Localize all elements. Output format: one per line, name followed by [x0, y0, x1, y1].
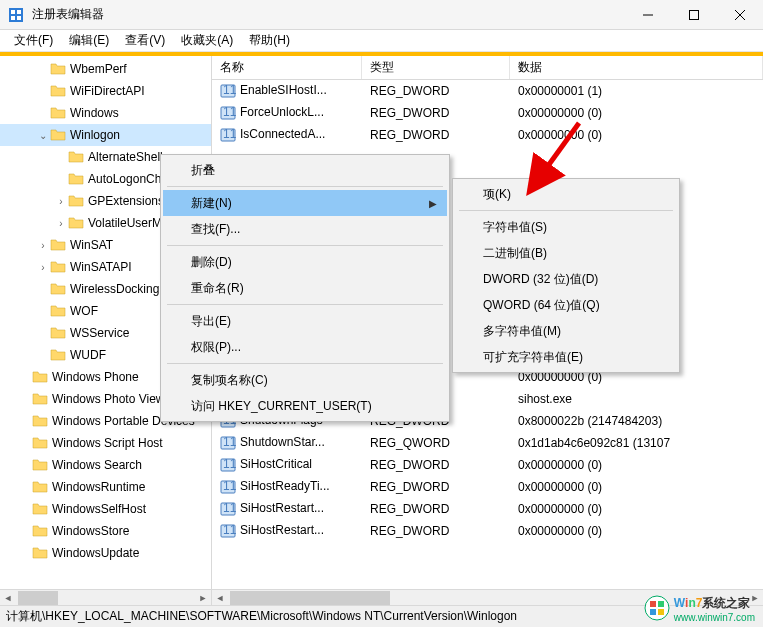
app-icon: [8, 7, 24, 23]
maximize-button[interactable]: [671, 0, 717, 30]
list-row[interactable]: 110ForceUnlockL...REG_DWORD0x00000000 (0…: [212, 102, 763, 124]
chevron-right-icon[interactable]: ›: [36, 262, 50, 273]
menu-favorites[interactable]: 收藏夹(A): [173, 30, 241, 51]
tree-item[interactable]: Windows Script Host: [0, 432, 211, 454]
cell-name: 110SiHostReadyTi...: [212, 479, 362, 495]
tree-item-label: WbemPerf: [70, 62, 127, 76]
svg-rect-37: [658, 609, 664, 615]
ctx-new-dword[interactable]: DWORD (32 位)值(D): [455, 266, 677, 292]
chevron-right-icon[interactable]: ›: [54, 218, 68, 229]
cell-type: REG_DWORD: [362, 128, 510, 142]
svg-text:110: 110: [223, 83, 236, 97]
tree-item[interactable]: Windows Search: [0, 454, 211, 476]
svg-text:110: 110: [223, 523, 236, 537]
reg-binary-icon: 110: [220, 501, 236, 517]
reg-binary-icon: 110: [220, 523, 236, 539]
ctx-new[interactable]: 新建(N)▶: [163, 190, 447, 216]
folder-icon: [50, 238, 66, 252]
scroll-left-icon[interactable]: ◄: [212, 590, 228, 605]
scroll-thumb[interactable]: [230, 591, 390, 605]
folder-icon: [32, 502, 48, 516]
scroll-thumb[interactable]: [18, 591, 58, 605]
svg-line-32: [532, 123, 579, 188]
ctx-new-expandstring[interactable]: 可扩充字符串值(E): [455, 344, 677, 370]
chevron-down-icon[interactable]: ⌄: [36, 130, 50, 141]
reg-binary-icon: 110: [220, 105, 236, 121]
ctx-new-multistring[interactable]: 多字符串值(M): [455, 318, 677, 344]
svg-text:110: 110: [223, 435, 236, 449]
tree-item-label: WirelessDocking: [70, 282, 159, 296]
ctx-find[interactable]: 查找(F)...: [163, 216, 447, 242]
menu-help[interactable]: 帮助(H): [241, 30, 298, 51]
list-row[interactable]: 110EnableSIHostI...REG_DWORD0x00000001 (…: [212, 80, 763, 102]
ctx-new-binary[interactable]: 二进制值(B): [455, 240, 677, 266]
reg-binary-icon: 110: [220, 127, 236, 143]
list-row[interactable]: 110SiHostCriticalREG_DWORD0x00000000 (0): [212, 454, 763, 476]
folder-icon: [32, 546, 48, 560]
cell-data: 0x00000000 (0): [510, 480, 763, 494]
chevron-right-icon[interactable]: ›: [54, 196, 68, 207]
list-row[interactable]: 110SiHostRestart...REG_DWORD0x00000000 (…: [212, 498, 763, 520]
list-row[interactable]: 110SiHostReadyTi...REG_DWORD0x00000000 (…: [212, 476, 763, 498]
tree-item-label: WindowsStore: [52, 524, 129, 538]
ctx-export[interactable]: 导出(E): [163, 308, 447, 334]
chevron-right-icon[interactable]: ›: [36, 240, 50, 251]
folder-icon: [32, 480, 48, 494]
ctx-delete[interactable]: 删除(D): [163, 249, 447, 275]
tree-item-label: AlternateShells: [88, 150, 169, 164]
context-submenu-new: 项(K) 字符串值(S) 二进制值(B) DWORD (32 位)值(D) QW…: [452, 178, 680, 373]
scroll-left-icon[interactable]: ◄: [0, 590, 16, 605]
tree-item-label: WindowsSelfHost: [52, 502, 146, 516]
folder-icon: [50, 106, 66, 120]
tree-item[interactable]: WindowsUpdate: [0, 542, 211, 564]
close-button[interactable]: [717, 0, 763, 30]
svg-rect-3: [11, 16, 15, 20]
folder-icon: [32, 436, 48, 450]
watermark-icon: [644, 595, 670, 621]
ctx-collapse[interactable]: 折叠: [163, 157, 447, 183]
svg-rect-1: [11, 10, 15, 14]
cell-type: REG_DWORD: [362, 524, 510, 538]
svg-rect-2: [17, 10, 21, 14]
tree-hscrollbar[interactable]: ◄ ►: [0, 589, 211, 605]
list-row[interactable]: 110IsConnectedA...REG_DWORD0x00000000 (0…: [212, 124, 763, 146]
list-row[interactable]: 110SiHostRestart...REG_DWORD0x00000000 (…: [212, 520, 763, 542]
menu-view[interactable]: 查看(V): [117, 30, 173, 51]
ctx-new-string[interactable]: 字符串值(S): [455, 214, 677, 240]
col-data[interactable]: 数据: [510, 56, 763, 79]
ctx-new-qword[interactable]: QWORD (64 位)值(Q): [455, 292, 677, 318]
annotation-arrow-icon: [524, 118, 584, 198]
separator: [167, 245, 443, 246]
cell-data: 0x00000001 (1): [510, 84, 763, 98]
menu-edit[interactable]: 编辑(E): [61, 30, 117, 51]
tree-item[interactable]: WindowsStore: [0, 520, 211, 542]
menu-file[interactable]: 文件(F): [6, 30, 61, 51]
minimize-button[interactable]: [625, 0, 671, 30]
tree-item[interactable]: ⌄Winlogon: [0, 124, 211, 146]
col-name[interactable]: 名称: [212, 56, 362, 79]
tree-item[interactable]: WiFiDirectAPI: [0, 80, 211, 102]
ctx-copy-key-name[interactable]: 复制项名称(C): [163, 367, 447, 393]
ctx-goto-hkcu[interactable]: 访问 HKEY_CURRENT_USER(T): [163, 393, 447, 419]
col-type[interactable]: 类型: [362, 56, 510, 79]
ctx-rename[interactable]: 重命名(R): [163, 275, 447, 301]
reg-binary-icon: 110: [220, 435, 236, 451]
tree-item-label: Windows Search: [52, 458, 142, 472]
tree-item[interactable]: Windows: [0, 102, 211, 124]
ctx-permissions[interactable]: 权限(P)...: [163, 334, 447, 360]
tree-item[interactable]: WindowsRuntime: [0, 476, 211, 498]
scroll-right-icon[interactable]: ►: [195, 590, 211, 605]
list-header: 名称 类型 数据: [212, 56, 763, 80]
cell-data: sihost.exe: [510, 392, 763, 406]
svg-rect-34: [650, 601, 656, 607]
tree-item[interactable]: WindowsSelfHost: [0, 498, 211, 520]
tree-item-label: GPExtensions: [88, 194, 164, 208]
folder-icon: [50, 304, 66, 318]
tree-item[interactable]: WbemPerf: [0, 58, 211, 80]
list-row[interactable]: 110ShutdownStar...REG_QWORD0x1d1ab4c6e09…: [212, 432, 763, 454]
cell-type: REG_DWORD: [362, 106, 510, 120]
tree-item-label: Windows Script Host: [52, 436, 163, 450]
folder-icon: [32, 458, 48, 472]
folder-icon: [50, 260, 66, 274]
cell-name: 110SiHostRestart...: [212, 501, 362, 517]
